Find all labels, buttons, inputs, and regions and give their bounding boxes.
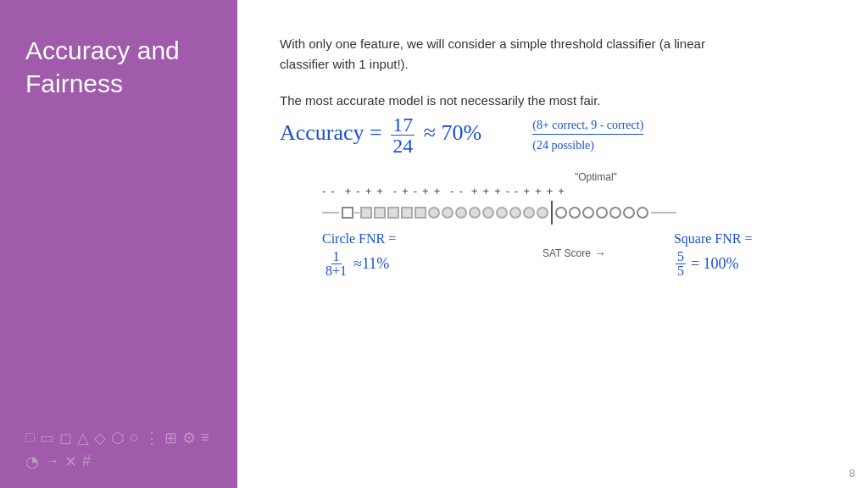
grid-icon: ⊞ xyxy=(164,429,177,447)
accuracy-note: (8+ correct, 9 - correct) (24 possible) xyxy=(532,116,643,154)
optimal-label: "Optimal" xyxy=(575,171,617,183)
circle-item xyxy=(596,207,608,219)
circle-item xyxy=(537,207,548,219)
square-fnr-annotation: Square FNR = 5 5 = 100% xyxy=(674,231,753,278)
approx-symbol: ≈ xyxy=(424,120,442,145)
accuracy-formula: Accuracy = 17 24 ≈ 70% xyxy=(280,114,481,156)
slide-number: 8 xyxy=(849,467,855,480)
left-panel: Accuracy and Fairness □ ▭ ◻ △ ◇ ⬡ ○ ⋮ ⊞ … xyxy=(0,0,237,488)
cog-icon: ⚙ xyxy=(182,429,196,447)
decorative-icons: □ ▭ ◻ △ ◇ ⬡ ○ ⋮ ⊞ ⚙ ≡ ◔ → ✕ # xyxy=(25,429,212,471)
formula-area: Accuracy = 17 24 ≈ 70% (8+ correct, 9 - … xyxy=(280,114,826,156)
square-item xyxy=(360,207,372,219)
circle-item xyxy=(442,207,453,219)
circle-item xyxy=(428,207,440,219)
right-panel: With only one feature, we will consider … xyxy=(237,0,868,488)
square-item xyxy=(401,207,413,219)
triangle-icon: △ xyxy=(77,429,89,447)
square-item xyxy=(342,207,353,219)
intro-text: With only one feature, we will consider … xyxy=(280,34,754,75)
hash-icon: # xyxy=(82,452,91,471)
hexagon-icon: ⬡ xyxy=(111,429,125,447)
cross-icon: ✕ xyxy=(64,452,77,471)
square2-icon: ◻ xyxy=(59,429,72,447)
circle-item xyxy=(637,207,648,219)
circle-item xyxy=(623,207,635,219)
accuracy-label: Accuracy = xyxy=(280,120,387,145)
fraction-17-24: 17 24 xyxy=(391,114,415,156)
square-item xyxy=(374,207,386,219)
arrow-icon: → xyxy=(44,452,59,471)
circle-item xyxy=(469,207,481,219)
circle-item xyxy=(496,207,508,219)
dots-icon: ⋮ xyxy=(144,429,159,447)
circle-fnr-fraction: 1 8+1 xyxy=(324,250,348,278)
subtitle-text: The most accurate model is not necessari… xyxy=(280,93,826,108)
circle-item xyxy=(582,207,594,219)
sat-score-label: SAT Score → xyxy=(542,247,606,260)
circle-icon: ○ xyxy=(130,429,139,447)
bottom-row: Circle FNR = 1 8+1 ≈11% SAT Score → Squa… xyxy=(322,231,826,278)
slide-title: Accuracy and Fairness xyxy=(25,34,212,100)
arrow-right-icon: → xyxy=(594,247,606,260)
circle-item xyxy=(482,207,494,219)
circle-item xyxy=(555,207,567,219)
signs-row: - - + - + + - + - + + - - + + + - - + + … xyxy=(322,185,826,197)
circle-item xyxy=(523,207,535,219)
circle-item xyxy=(609,207,621,219)
square-fnr-fraction: 5 5 xyxy=(676,250,686,278)
percent-value: 70% xyxy=(442,120,482,145)
dotplot-area: "Optimal" - - + - + + - + - + + - - + + … xyxy=(280,171,826,278)
square-item xyxy=(415,207,426,219)
square-item xyxy=(387,207,399,219)
dots-row xyxy=(322,201,826,225)
diamond-icon: ◇ xyxy=(94,429,106,447)
rectangle-icon: ▭ xyxy=(40,429,54,447)
square-icon: □ xyxy=(25,429,35,447)
circle-item xyxy=(455,207,467,219)
bars-icon: ≡ xyxy=(201,429,210,447)
pie-icon: ◔ xyxy=(25,452,39,471)
circle-item xyxy=(509,207,521,219)
circle-fnr-annotation: Circle FNR = 1 8+1 ≈11% xyxy=(322,231,492,278)
circle-item xyxy=(569,207,581,219)
